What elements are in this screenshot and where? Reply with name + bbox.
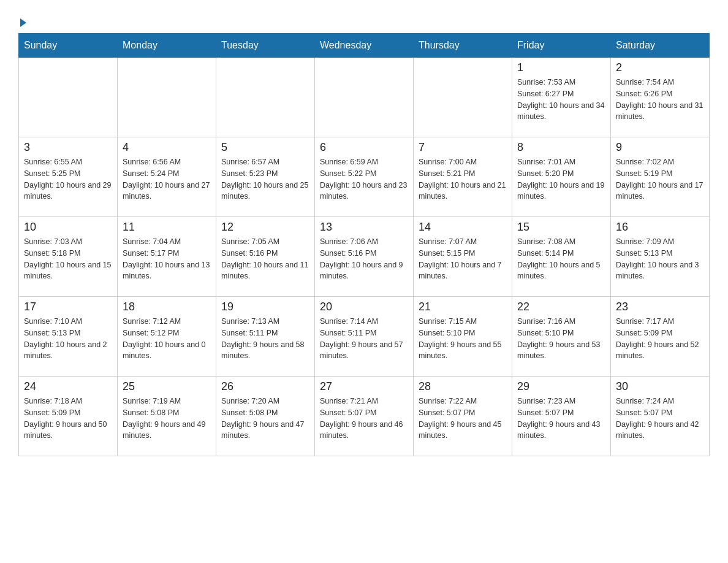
- day-number: 8: [517, 141, 605, 154]
- day-info: Sunrise: 7:54 AMSunset: 6:26 PMDaylight:…: [616, 77, 704, 123]
- calendar-cell: 12Sunrise: 7:05 AMSunset: 5:16 PMDayligh…: [216, 217, 315, 297]
- day-info: Sunrise: 7:01 AMSunset: 5:20 PMDaylight:…: [517, 156, 605, 202]
- day-number: 3: [24, 141, 112, 154]
- day-number: 11: [123, 221, 211, 234]
- day-info: Sunrise: 7:04 AMSunset: 5:17 PMDaylight:…: [123, 236, 211, 282]
- calendar-cell: 27Sunrise: 7:21 AMSunset: 5:07 PMDayligh…: [315, 377, 414, 456]
- calendar-cell: [19, 58, 118, 137]
- calendar-cell: 4Sunrise: 6:56 AMSunset: 5:24 PMDaylight…: [118, 137, 216, 217]
- day-number: 27: [320, 380, 408, 393]
- day-number: 23: [616, 301, 704, 313]
- calendar-cell: [315, 58, 414, 137]
- calendar-cell: 3Sunrise: 6:55 AMSunset: 5:25 PMDaylight…: [19, 137, 118, 217]
- day-info: Sunrise: 7:10 AMSunset: 5:13 PMDaylight:…: [24, 316, 112, 362]
- calendar-cell: 2Sunrise: 7:54 AMSunset: 6:26 PMDaylight…: [611, 58, 710, 137]
- day-number: 18: [123, 301, 211, 313]
- day-number: 10: [24, 221, 112, 234]
- calendar-cell: 19Sunrise: 7:13 AMSunset: 5:11 PMDayligh…: [216, 297, 315, 377]
- day-info: Sunrise: 6:55 AMSunset: 5:25 PMDaylight:…: [24, 156, 112, 202]
- day-number: 16: [616, 221, 704, 234]
- day-info: Sunrise: 7:09 AMSunset: 5:13 PMDaylight:…: [616, 236, 704, 282]
- day-number: 21: [419, 301, 507, 313]
- calendar-week-2: 3Sunrise: 6:55 AMSunset: 5:25 PMDaylight…: [19, 137, 710, 217]
- calendar-cell: [414, 58, 512, 137]
- day-info: Sunrise: 7:12 AMSunset: 5:12 PMDaylight:…: [123, 316, 211, 362]
- calendar-cell: 21Sunrise: 7:15 AMSunset: 5:10 PMDayligh…: [414, 297, 512, 377]
- day-info: Sunrise: 6:56 AMSunset: 5:24 PMDaylight:…: [123, 156, 211, 202]
- calendar-cell: 26Sunrise: 7:20 AMSunset: 5:08 PMDayligh…: [216, 377, 315, 456]
- calendar-cell: 18Sunrise: 7:12 AMSunset: 5:12 PMDayligh…: [118, 297, 216, 377]
- weekday-header-saturday: Saturday: [611, 34, 710, 58]
- day-info: Sunrise: 7:07 AMSunset: 5:15 PMDaylight:…: [419, 236, 507, 282]
- day-number: 4: [123, 141, 211, 154]
- calendar-cell: 16Sunrise: 7:09 AMSunset: 5:13 PMDayligh…: [611, 217, 710, 297]
- calendar-cell: [216, 58, 315, 137]
- day-number: 7: [419, 141, 507, 154]
- day-info: Sunrise: 7:15 AMSunset: 5:10 PMDaylight:…: [419, 316, 507, 362]
- day-number: 28: [419, 380, 507, 393]
- day-info: Sunrise: 7:16 AMSunset: 5:10 PMDaylight:…: [517, 316, 605, 362]
- calendar-cell: 8Sunrise: 7:01 AMSunset: 5:20 PMDaylight…: [512, 137, 611, 217]
- day-number: 2: [616, 61, 704, 74]
- calendar-week-4: 17Sunrise: 7:10 AMSunset: 5:13 PMDayligh…: [19, 297, 710, 377]
- calendar-cell: 10Sunrise: 7:03 AMSunset: 5:18 PMDayligh…: [19, 217, 118, 297]
- calendar-cell: 22Sunrise: 7:16 AMSunset: 5:10 PMDayligh…: [512, 297, 611, 377]
- calendar-cell: [118, 58, 216, 137]
- day-number: 1: [517, 61, 605, 74]
- calendar-week-1: 1Sunrise: 7:53 AMSunset: 6:27 PMDaylight…: [19, 58, 710, 137]
- day-info: Sunrise: 7:05 AMSunset: 5:16 PMDaylight:…: [221, 236, 309, 282]
- calendar-cell: 25Sunrise: 7:19 AMSunset: 5:08 PMDayligh…: [118, 377, 216, 456]
- calendar-cell: 30Sunrise: 7:24 AMSunset: 5:07 PMDayligh…: [611, 377, 710, 456]
- day-info: Sunrise: 7:19 AMSunset: 5:08 PMDaylight:…: [123, 396, 211, 442]
- day-number: 17: [24, 301, 112, 313]
- day-info: Sunrise: 6:57 AMSunset: 5:23 PMDaylight:…: [221, 156, 309, 202]
- day-info: Sunrise: 7:13 AMSunset: 5:11 PMDaylight:…: [221, 316, 309, 362]
- day-info: Sunrise: 7:02 AMSunset: 5:19 PMDaylight:…: [616, 156, 704, 202]
- calendar-cell: 15Sunrise: 7:08 AMSunset: 5:14 PMDayligh…: [512, 217, 611, 297]
- day-info: Sunrise: 7:03 AMSunset: 5:18 PMDaylight:…: [24, 236, 112, 282]
- day-number: 26: [221, 380, 309, 393]
- weekday-header-friday: Friday: [512, 34, 611, 58]
- day-info: Sunrise: 7:00 AMSunset: 5:21 PMDaylight:…: [419, 156, 507, 202]
- calendar-cell: 13Sunrise: 7:06 AMSunset: 5:16 PMDayligh…: [315, 217, 414, 297]
- day-info: Sunrise: 7:22 AMSunset: 5:07 PMDaylight:…: [419, 396, 507, 442]
- day-number: 22: [517, 301, 605, 313]
- calendar-cell: 6Sunrise: 6:59 AMSunset: 5:22 PMDaylight…: [315, 137, 414, 217]
- calendar-cell: 20Sunrise: 7:14 AMSunset: 5:11 PMDayligh…: [315, 297, 414, 377]
- calendar-cell: 11Sunrise: 7:04 AMSunset: 5:17 PMDayligh…: [118, 217, 216, 297]
- day-info: Sunrise: 7:18 AMSunset: 5:09 PMDaylight:…: [24, 396, 112, 442]
- calendar-week-3: 10Sunrise: 7:03 AMSunset: 5:18 PMDayligh…: [19, 217, 710, 297]
- day-number: 15: [517, 221, 605, 234]
- calendar-cell: 9Sunrise: 7:02 AMSunset: 5:19 PMDaylight…: [611, 137, 710, 217]
- day-number: 20: [320, 301, 408, 313]
- day-number: 29: [517, 380, 605, 393]
- day-number: 24: [24, 380, 112, 393]
- calendar-cell: 28Sunrise: 7:22 AMSunset: 5:07 PMDayligh…: [414, 377, 512, 456]
- logo: [18, 18, 26, 27]
- day-info: Sunrise: 7:17 AMSunset: 5:09 PMDaylight:…: [616, 316, 704, 362]
- calendar-cell: 23Sunrise: 7:17 AMSunset: 5:09 PMDayligh…: [611, 297, 710, 377]
- calendar-cell: 17Sunrise: 7:10 AMSunset: 5:13 PMDayligh…: [19, 297, 118, 377]
- calendar-cell: 14Sunrise: 7:07 AMSunset: 5:15 PMDayligh…: [414, 217, 512, 297]
- weekday-header-row: SundayMondayTuesdayWednesdayThursdayFrid…: [19, 34, 710, 58]
- day-number: 6: [320, 141, 408, 154]
- day-info: Sunrise: 7:24 AMSunset: 5:07 PMDaylight:…: [616, 396, 704, 442]
- calendar-week-5: 24Sunrise: 7:18 AMSunset: 5:09 PMDayligh…: [19, 377, 710, 456]
- day-number: 5: [221, 141, 309, 154]
- day-number: 13: [320, 221, 408, 234]
- weekday-header-tuesday: Tuesday: [216, 34, 315, 58]
- calendar-cell: 29Sunrise: 7:23 AMSunset: 5:07 PMDayligh…: [512, 377, 611, 456]
- calendar-cell: 5Sunrise: 6:57 AMSunset: 5:23 PMDaylight…: [216, 137, 315, 217]
- day-number: 25: [123, 380, 211, 393]
- day-info: Sunrise: 6:59 AMSunset: 5:22 PMDaylight:…: [320, 156, 408, 202]
- day-info: Sunrise: 7:21 AMSunset: 5:07 PMDaylight:…: [320, 396, 408, 442]
- day-info: Sunrise: 7:06 AMSunset: 5:16 PMDaylight:…: [320, 236, 408, 282]
- day-number: 12: [221, 221, 309, 234]
- day-number: 30: [616, 380, 704, 393]
- day-info: Sunrise: 7:08 AMSunset: 5:14 PMDaylight:…: [517, 236, 605, 282]
- weekday-header-thursday: Thursday: [414, 34, 512, 58]
- day-number: 9: [616, 141, 704, 154]
- day-number: 19: [221, 301, 309, 313]
- logo-arrow-icon: [20, 18, 26, 27]
- day-info: Sunrise: 7:20 AMSunset: 5:08 PMDaylight:…: [221, 396, 309, 442]
